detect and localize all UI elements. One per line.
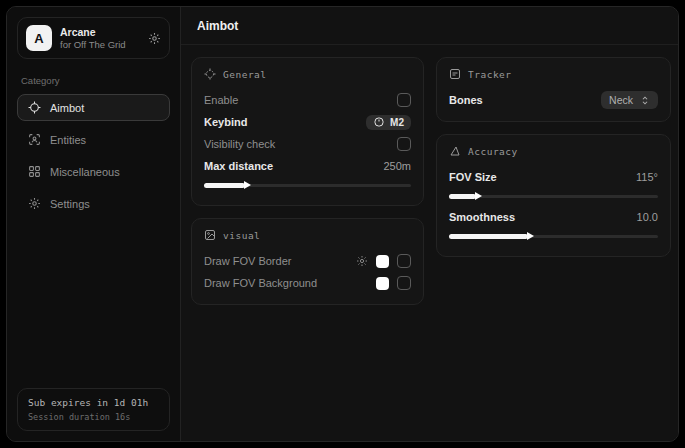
sub-expires-text: Sub expires in 1d 01h [28, 397, 159, 408]
tracker-icon [449, 68, 461, 80]
bones-selected-value: Neck [609, 94, 633, 106]
enable-checkbox[interactable] [397, 93, 411, 107]
subscription-box: Sub expires in 1d 01h Session duration 1… [17, 388, 170, 431]
crosshair-icon [28, 101, 41, 114]
sidebar-item-entities[interactable]: Entities [17, 126, 170, 153]
smoothness-row: Smoothness 10.0 [449, 206, 658, 228]
session-duration-text: Session duration 16s [28, 412, 159, 422]
sidebar-item-label: Miscellaneous [50, 166, 120, 178]
max-distance-label: Max distance [204, 160, 273, 172]
keybind-badge[interactable]: M2 [366, 115, 411, 130]
draw-fov-background-checkbox[interactable] [397, 276, 411, 290]
mouse-icon [373, 117, 385, 127]
brand-subtitle: for Off The Grid [60, 39, 140, 51]
fov-size-value: 115° [636, 171, 658, 183]
keybind-row: Keybind M2 [204, 111, 411, 133]
gear-icon[interactable] [148, 32, 161, 45]
max-distance-slider[interactable] [204, 179, 411, 191]
enable-label: Enable [204, 94, 238, 106]
sidebar-item-aimbot[interactable]: Aimbot [17, 94, 170, 121]
category-label: Category [21, 75, 166, 86]
brand-name: Arcane [60, 26, 140, 39]
card-title: visual [223, 230, 260, 241]
gear-icon[interactable] [356, 255, 368, 267]
keybind-value: M2 [390, 117, 404, 128]
fov-size-row: FOV Size 115° [449, 166, 658, 188]
visibility-check-row: Visibility check [204, 133, 411, 155]
main-header: Aimbot [181, 7, 679, 45]
general-card: General Enable Keybind [191, 57, 424, 206]
accuracy-card: Accuracy FOV Size 115° Smoothness 10.0 [436, 134, 671, 257]
fov-border-color-swatch[interactable] [376, 255, 389, 268]
visibility-check-label: Visibility check [204, 138, 275, 150]
content-area: General Enable Keybind [181, 45, 679, 317]
draw-fov-background-label: Draw FOV Background [204, 277, 317, 289]
sidebar-item-settings[interactable]: Settings [17, 190, 170, 217]
bones-label: Bones [449, 94, 483, 106]
sidebar-item-label: Settings [50, 198, 90, 210]
page-title: Aimbot [197, 19, 663, 33]
fov-background-color-swatch[interactable] [376, 277, 389, 290]
enable-row: Enable [204, 89, 411, 111]
grid-icon [28, 165, 41, 178]
sidebar-item-label: Entities [50, 134, 86, 146]
brand-logo: A [26, 25, 52, 51]
sidebar: A Arcane for Off The Grid Category Aimbo… [7, 7, 181, 441]
tracker-card: Tracker Bones Neck [436, 57, 671, 122]
chevron-up-down-icon [640, 95, 650, 106]
visibility-check-checkbox[interactable] [397, 137, 411, 151]
main-panel: Aimbot General Enable [181, 7, 679, 441]
max-distance-row: Max distance 250m [204, 155, 411, 177]
draw-fov-background-row: Draw FOV Background [204, 272, 411, 294]
brand-card: A Arcane for Off The Grid [17, 17, 170, 59]
draw-fov-border-row: Draw FOV Border [204, 250, 411, 272]
fov-size-slider[interactable] [449, 190, 658, 202]
app-window: A Arcane for Off The Grid Category Aimbo… [6, 6, 679, 442]
crosshair-icon [204, 68, 216, 80]
max-distance-value: 250m [383, 160, 411, 172]
draw-fov-border-label: Draw FOV Border [204, 255, 291, 267]
image-icon [204, 229, 216, 241]
card-title: Accuracy [468, 146, 518, 157]
sidebar-item-label: Aimbot [50, 102, 84, 114]
slider-thumb[interactable] [449, 194, 476, 199]
slider-thumb[interactable] [204, 183, 245, 188]
visual-card: visual Draw FOV Border [191, 218, 424, 305]
gear-icon [28, 197, 41, 210]
smoothness-value: 10.0 [637, 211, 658, 223]
draw-fov-border-checkbox[interactable] [397, 254, 411, 268]
angle-icon [449, 145, 461, 157]
fov-size-label: FOV Size [449, 171, 497, 183]
bones-row: Bones Neck [449, 89, 658, 111]
person-scan-icon [28, 133, 41, 146]
sidebar-item-miscellaneous[interactable]: Miscellaneous [17, 158, 170, 185]
smoothness-slider[interactable] [449, 230, 658, 242]
card-title: Tracker [468, 69, 512, 80]
card-title: General [223, 69, 267, 80]
bones-select[interactable]: Neck [601, 91, 658, 109]
slider-thumb[interactable] [449, 234, 528, 239]
smoothness-label: Smoothness [449, 211, 515, 223]
keybind-label: Keybind [204, 116, 247, 128]
